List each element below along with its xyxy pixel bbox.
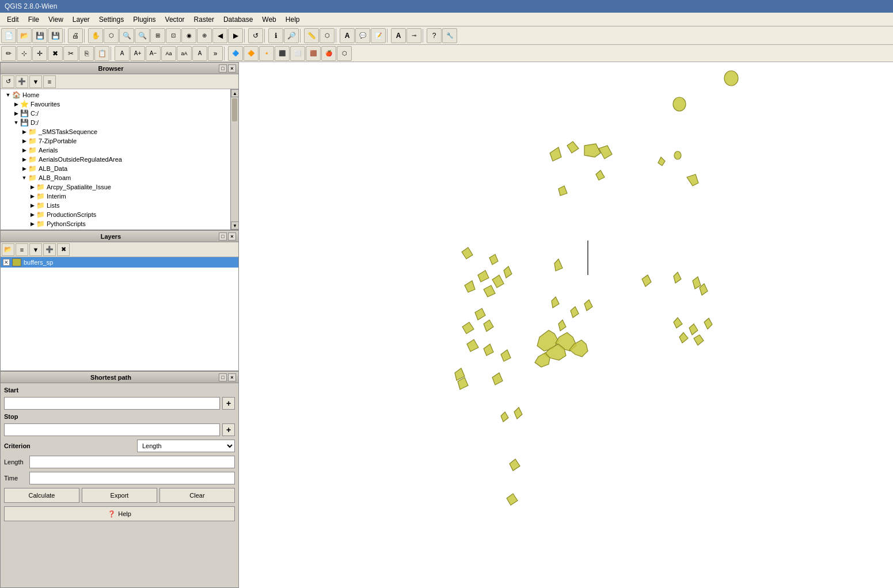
tree-item[interactable]: ▶📁Interim — [2, 192, 229, 201]
tree-expander[interactable]: ▶ — [20, 165, 28, 173]
zoom-out-button[interactable]: 🔍 — [135, 28, 150, 43]
layer-options-button[interactable]: ≡ — [16, 243, 28, 256]
label-a1[interactable]: A — [115, 46, 130, 61]
layer-item-buffers[interactable]: ✕ buffers_sp — [1, 257, 238, 268]
zoom-select-button[interactable]: ◉ — [181, 28, 196, 43]
zoom-scale-button[interactable]: 🔎 — [284, 28, 299, 43]
menu-edit[interactable]: Edit — [2, 14, 24, 25]
tree-expander[interactable]: ▶ — [20, 146, 28, 154]
snap4-button[interactable]: ⬛ — [275, 46, 290, 61]
browser-float-button[interactable]: □ — [219, 64, 227, 72]
open-layer-button[interactable]: 📂 — [2, 243, 14, 256]
menu-help[interactable]: Help — [281, 14, 305, 25]
stop-input[interactable] — [4, 423, 220, 436]
cut-button[interactable]: ✂ — [63, 46, 78, 61]
tree-expander[interactable]: ▶ — [20, 137, 28, 145]
text-button[interactable]: A — [391, 28, 406, 43]
menu-vector[interactable]: Vector — [161, 14, 189, 25]
start-input[interactable] — [4, 397, 220, 410]
tip-button[interactable]: 💬 — [355, 28, 370, 43]
browser-add-button[interactable]: ➕ — [16, 75, 28, 88]
paste-button[interactable]: 📋 — [94, 46, 109, 61]
snap1-button[interactable]: 🔷 — [228, 46, 243, 61]
scroll-up[interactable]: ▲ — [231, 89, 238, 97]
browser-refresh-button[interactable]: ↺ — [2, 75, 14, 88]
layer-add-button[interactable]: ➕ — [43, 243, 56, 256]
snap6-button[interactable]: 🟫 — [306, 46, 321, 61]
layers-float-button[interactable]: □ — [219, 232, 227, 240]
tree-expander[interactable]: ▶ — [28, 183, 36, 191]
measure-button[interactable]: 📏 — [304, 28, 319, 43]
browser-scrollbar[interactable]: ▲ ▼ — [230, 89, 238, 230]
pencil-button[interactable]: ✏ — [1, 46, 16, 61]
identify-button[interactable]: ℹ — [268, 28, 283, 43]
length-input[interactable] — [29, 456, 235, 468]
tree-item[interactable]: ▶📁Arcpy_Spatialite_Issue — [2, 182, 229, 192]
snap7-button[interactable]: 🍎 — [321, 46, 336, 61]
menu-raster[interactable]: Raster — [189, 14, 219, 25]
tree-expander[interactable]: ▶ — [20, 155, 28, 163]
pan-map-button[interactable]: ⊕ — [197, 28, 212, 43]
menu-plugins[interactable]: Plugins — [128, 14, 160, 25]
sp-float-button[interactable]: □ — [219, 373, 227, 381]
refresh-button[interactable]: ↺ — [248, 28, 263, 43]
scroll-track[interactable] — [231, 97, 238, 222]
tree-expander[interactable]: ▶ — [28, 220, 36, 228]
tree-item[interactable]: ▼🏠Home — [2, 90, 229, 100]
browser-options-button[interactable]: ≡ — [43, 75, 56, 88]
tree-item[interactable]: ▼💾D:/ — [2, 118, 229, 127]
sp-close-button[interactable]: × — [228, 373, 236, 381]
tree-expander[interactable]: ▶ — [12, 109, 20, 117]
scroll-thumb[interactable] — [232, 98, 237, 121]
copy-button[interactable]: ⎘ — [79, 46, 94, 61]
tree-expander[interactable]: ▶ — [12, 100, 20, 108]
menu-settings[interactable]: Settings — [94, 14, 128, 25]
label-a5[interactable]: aA — [177, 46, 192, 61]
save-as-button[interactable]: 💾 — [48, 28, 63, 43]
snap5-button[interactable]: ⬜ — [290, 46, 305, 61]
tree-item[interactable]: ▶📁_SMSTaskSequence — [2, 127, 229, 136]
menu-layer[interactable]: Layer — [68, 14, 94, 25]
menu-view[interactable]: View — [44, 14, 68, 25]
tips-button[interactable]: 📝 — [371, 28, 386, 43]
browser-filter-button[interactable]: ▼ — [29, 75, 42, 88]
about-button[interactable]: 🔧 — [442, 28, 457, 43]
tree-expander[interactable]: ▶ — [20, 128, 28, 136]
annotation-button[interactable]: A — [340, 28, 355, 43]
tree-item[interactable]: ▶📁7-ZipPortable — [2, 136, 229, 146]
select-button[interactable]: ⬡ — [104, 28, 119, 43]
menu-file[interactable]: File — [24, 14, 44, 25]
node-button[interactable]: ⊹ — [17, 46, 32, 61]
tree-item[interactable]: ▶📁Aerials — [2, 146, 229, 155]
help-button[interactable]: ? — [427, 28, 442, 43]
open-button[interactable]: 📂 — [17, 28, 32, 43]
zoom-layer-button[interactable]: ⊡ — [166, 28, 181, 43]
new-button[interactable]: 📄 — [1, 28, 16, 43]
tree-expander[interactable]: ▼ — [20, 174, 28, 182]
layer-remove-button[interactable]: ✖ — [57, 243, 70, 256]
scalebar-button[interactable]: ⊸ — [406, 28, 421, 43]
tree-expander[interactable]: ▶ — [28, 211, 36, 219]
criterion-select[interactable]: Length Time — [137, 440, 235, 452]
tree-item[interactable]: ▶📁AerialsOutsideRegulatedArea — [2, 155, 229, 164]
zoom-last-button[interactable]: ◀ — [212, 28, 227, 43]
snap2-button[interactable]: 🔶 — [244, 46, 259, 61]
tree-item[interactable]: ▶📁ALB_Data — [2, 164, 229, 173]
tree-expander[interactable]: ▶ — [28, 201, 36, 209]
scroll-down[interactable]: ▼ — [231, 222, 238, 230]
browser-close-button[interactable]: × — [228, 64, 236, 72]
delete-button[interactable]: ✖ — [48, 46, 63, 61]
tree-item[interactable]: ▼📁ALB_Roam — [2, 173, 229, 182]
save-button[interactable]: 💾 — [32, 28, 47, 43]
snap8-button[interactable]: ⬡ — [337, 46, 352, 61]
label-a4[interactable]: Aa — [161, 46, 176, 61]
menu-web[interactable]: Web — [257, 14, 280, 25]
layer-filter-button[interactable]: ▼ — [29, 243, 42, 256]
pan-button[interactable]: ✋ — [88, 28, 103, 43]
layers-close-button[interactable]: × — [228, 232, 236, 240]
label-a3[interactable]: A− — [146, 46, 161, 61]
zoom-next-button[interactable]: ▶ — [228, 28, 243, 43]
tree-expander[interactable]: ▼ — [4, 91, 12, 99]
measure2-button[interactable]: ⬡ — [320, 28, 335, 43]
map-canvas[interactable] — [239, 62, 893, 588]
